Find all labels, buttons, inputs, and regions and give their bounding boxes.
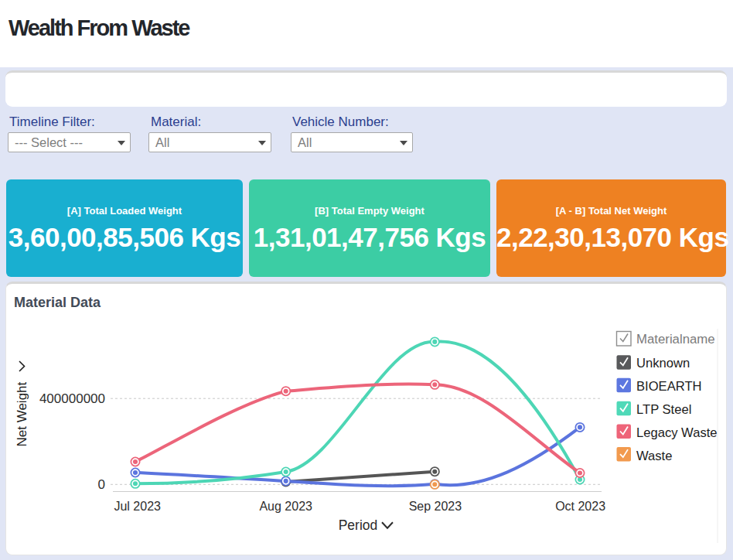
svg-text:BIOEARTH: BIOEARTH [636, 379, 702, 394]
svg-text:Aug 2023: Aug 2023 [259, 500, 312, 513]
svg-text:LTP Steel: LTP Steel [636, 402, 691, 417]
svg-text:Oct 2023: Oct 2023 [555, 500, 605, 513]
svg-text:Net Weight: Net Weight [15, 381, 29, 446]
svg-text:Period: Period [339, 517, 378, 533]
svg-text:0: 0 [98, 477, 105, 492]
svg-text:Legacy Waste: Legacy Waste [636, 425, 718, 440]
svg-text:Waste: Waste [636, 449, 672, 463]
svg-text:Materialname: Materialname [636, 332, 715, 347]
svg-text:Unknown: Unknown [636, 356, 690, 370]
svg-text:Jul 2023: Jul 2023 [114, 500, 161, 513]
svg-text:400000000: 400000000 [39, 391, 105, 406]
svg-text:Sep 2023: Sep 2023 [409, 500, 462, 513]
